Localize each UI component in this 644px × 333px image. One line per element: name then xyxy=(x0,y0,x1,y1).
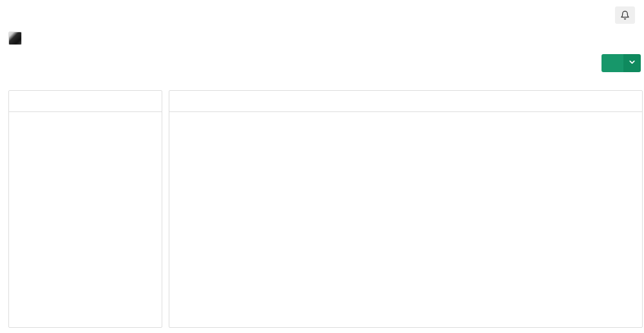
bell-icon xyxy=(620,10,630,20)
avatar xyxy=(8,32,22,45)
growth-chart xyxy=(169,114,639,289)
subscribe-options-button[interactable] xyxy=(623,54,641,72)
account-meta xyxy=(8,32,43,45)
stats-tabstrip xyxy=(9,91,162,112)
chart-panel xyxy=(169,90,643,328)
chart-tabstrip xyxy=(169,91,642,112)
stats-panel xyxy=(8,90,162,328)
chevron-down-icon xyxy=(628,57,636,69)
subscribe-button[interactable] xyxy=(601,54,641,72)
stats-body xyxy=(9,112,162,115)
header-actions xyxy=(615,6,641,24)
notification-bell-button[interactable] xyxy=(615,6,635,24)
subscribe-label xyxy=(601,54,623,72)
growth-chart-area xyxy=(169,112,642,292)
